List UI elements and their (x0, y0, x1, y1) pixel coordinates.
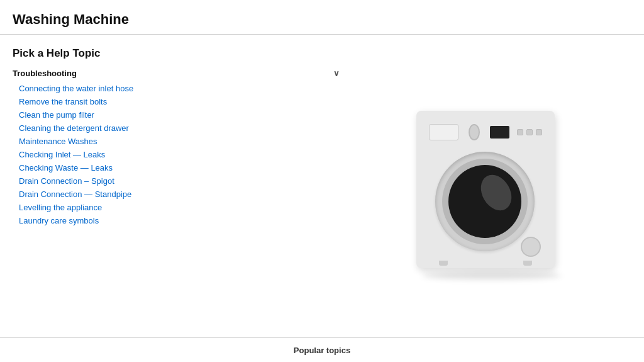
list-item: Checking Inlet — Leaks (13, 148, 340, 161)
page-wrapper: Washing Machine Pick a Help Topic Troubl… (0, 0, 644, 362)
washer-door-reflection (475, 169, 518, 216)
list-item: Maintenance Washes (13, 135, 340, 148)
topic-7[interactable]: Checking Waste — Leaks (19, 163, 113, 173)
list-item: Levelling the appliance (13, 201, 340, 214)
washer-button-2 (526, 129, 533, 135)
page-title: Washing Machine (13, 11, 631, 28)
washer-body (416, 111, 555, 268)
washer-door-outer (435, 152, 535, 251)
page-footer: Popular topics (0, 337, 644, 362)
topic-6[interactable]: Checking Inlet — Leaks (19, 150, 105, 159)
washing-machine-illustration (410, 105, 561, 274)
washer-top-panel (429, 121, 542, 144)
main-content: Pick a Help Topic Troubleshooting ∨ Conn… (0, 35, 644, 337)
washer-door-inner (448, 165, 521, 238)
washer-screen (490, 126, 509, 139)
topic-11[interactable]: Laundry care symbols (19, 216, 99, 225)
topic-list: Connecting the water inlet hoseRemove th… (13, 82, 340, 227)
washer-leg-left (439, 261, 448, 266)
popular-topics-label: Popular topics (294, 346, 350, 355)
topic-10[interactable]: Levelling the appliance (19, 203, 102, 212)
list-item: Checking Waste — Leaks (13, 161, 340, 174)
topic-2[interactable]: Remove the transit bolts (19, 97, 107, 106)
topic-1[interactable]: Connecting the water inlet hose (19, 84, 133, 93)
topic-3[interactable]: Clean the pump filter (19, 110, 94, 120)
list-item: Drain Connection — Standpipe (13, 188, 340, 201)
washer-dial (469, 124, 480, 140)
washer-leg-right (523, 261, 532, 266)
list-item: Clean the pump filter (13, 108, 340, 122)
washer-button-3 (536, 129, 542, 135)
topic-8[interactable]: Drain Connection – Spigot (19, 176, 114, 186)
topic-4[interactable]: Cleaning the detergent drawer (19, 123, 129, 133)
list-item: Drain Connection – Spigot (13, 174, 340, 188)
washer-display-box (429, 124, 458, 140)
list-item: Remove the transit bolts (13, 95, 340, 108)
washer-door-mid (442, 159, 528, 244)
troubleshooting-label: Troubleshooting (13, 69, 77, 78)
page-header: Washing Machine (0, 0, 644, 35)
topic-9[interactable]: Drain Connection — Standpipe (19, 189, 131, 199)
troubleshooting-section-header[interactable]: Troubleshooting ∨ (13, 69, 340, 78)
list-item: Cleaning the detergent drawer (13, 122, 340, 135)
washer-button-1 (517, 129, 523, 135)
washer-buttons-row (517, 129, 542, 135)
topic-5[interactable]: Maintenance Washes (19, 137, 97, 146)
help-heading: Pick a Help Topic (13, 47, 340, 60)
left-panel: Pick a Help Topic Troubleshooting ∨ Conn… (13, 47, 340, 331)
chevron-down-icon: ∨ (333, 69, 340, 78)
right-panel (340, 47, 631, 331)
list-item: Laundry care symbols (13, 214, 340, 227)
washer-filter-cap (521, 237, 541, 257)
list-item: Connecting the water inlet hose (13, 82, 340, 95)
washer-shadow (423, 272, 561, 280)
